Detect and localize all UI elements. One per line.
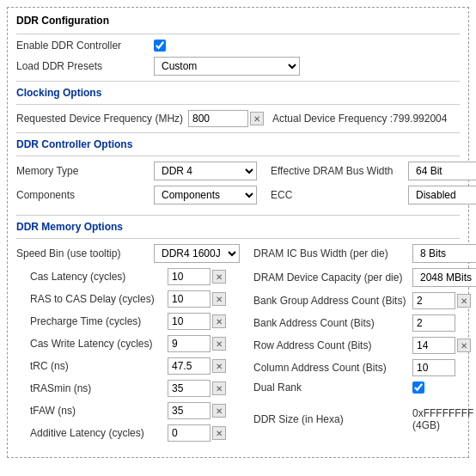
ras-cas-label: RAS to CAS Delay (cycles)	[30, 293, 168, 305]
bank-group-label: Bank Group Address Count (Bits)	[253, 295, 412, 307]
components-label: Components	[16, 189, 154, 201]
panel-title: DDR Configuration	[16, 15, 460, 27]
dram-cap-label: DRAM Device Capacity (per die)	[253, 272, 412, 284]
ddr-size-value: 0xFFFFFFFF (4GB)	[412, 407, 476, 431]
ddr-configuration-panel: DDR Configuration Enable DDR Controller …	[7, 7, 469, 458]
enable-ddr-row: Enable DDR Controller	[16, 40, 460, 52]
additive-clear[interactable]: ✕	[212, 426, 226, 440]
presets-row: Load DDR Presets Custom	[16, 57, 460, 76]
eff-bus-row: Effective DRAM Bus Width 64 Bit	[271, 162, 476, 180]
cas-write-label: Cas Write Latency (cycles)	[30, 338, 168, 350]
ras-cas-input[interactable]	[168, 290, 211, 308]
components-select[interactable]: Components	[154, 186, 257, 204]
actual-freq-label: Actual Device Frequency :799.992004	[272, 113, 447, 125]
memory-type-select[interactable]: DDR 4	[154, 162, 257, 180]
trc-label: tRC (ns)	[30, 360, 168, 372]
components-row: Components Components	[16, 186, 257, 204]
col-addr-row: Column Address Count (Bits)	[253, 359, 476, 376]
presets-select[interactable]: Custom	[154, 57, 300, 76]
presets-label: Load DDR Presets	[16, 60, 154, 72]
row-addr-clear[interactable]: ✕	[457, 339, 471, 352]
additive-input[interactable]	[168, 424, 211, 442]
row-addr-label: Row Address Count (Bits)	[253, 339, 412, 351]
bank-group-clear[interactable]: ✕	[457, 294, 471, 308]
memory-type-row: Memory Type DDR 4	[16, 162, 257, 180]
ddr-controller-section-title: DDR Controller Options	[16, 138, 460, 150]
trasmin-row: tRASmin (ns) ✕	[16, 380, 240, 397]
dram-ic-select[interactable]: 8 Bits	[412, 244, 476, 263]
dram-ic-label: DRAM IC Bus Width (per die)	[253, 247, 412, 259]
ecc-row: ECC Disabled	[271, 186, 476, 204]
col-addr-input[interactable]	[412, 359, 455, 376]
ecc-label: ECC	[271, 189, 408, 201]
trasmin-input[interactable]	[168, 380, 211, 397]
clocking-row: Requested Device Frequency (MHz) ✕ Actua…	[16, 110, 460, 127]
bank-group-input[interactable]	[412, 292, 455, 309]
cas-latency-label: Cas Latency (cycles)	[30, 271, 168, 283]
precharge-clear[interactable]: ✕	[212, 314, 226, 328]
precharge-label: Precharge Time (cycles)	[30, 315, 168, 327]
enable-ddr-checkbox[interactable]	[154, 40, 166, 52]
bank-addr-row: Bank Address Count (Bits)	[253, 314, 476, 332]
eff-bus-select[interactable]: 64 Bit	[408, 162, 476, 180]
row-addr-row: Row Address Count (Bits) ✕	[253, 337, 476, 354]
col-addr-label: Column Address Count (Bits)	[253, 362, 412, 374]
cas-write-row: Cas Write Latency (cycles) ✕	[16, 335, 240, 352]
trasmin-label: tRASmin (ns)	[30, 382, 168, 394]
requested-freq-label: Requested Device Frequency (MHz)	[16, 113, 188, 125]
additive-row: Additive Latency (cycles) ✕	[16, 424, 240, 442]
requested-freq-input[interactable]	[188, 110, 248, 127]
eff-bus-label: Effective DRAM Bus Width	[271, 165, 408, 177]
dual-rank-checkbox[interactable]	[412, 381, 424, 394]
speed-bin-row: Speed Bin (use tooltip) DDR4 1600J	[16, 244, 240, 263]
controller-left-col: Memory Type DDR 4 Components Components	[16, 162, 257, 210]
controller-right-col: Effective DRAM Bus Width 64 Bit ECC Disa…	[271, 162, 476, 210]
trc-input[interactable]	[168, 357, 211, 375]
cas-write-clear[interactable]: ✕	[212, 337, 226, 351]
dual-rank-row: Dual Rank	[253, 381, 476, 394]
requested-freq-clear[interactable]: ✕	[250, 112, 264, 125]
memory-type-label: Memory Type	[16, 165, 154, 177]
dram-cap-select[interactable]: 2048 MBits	[412, 268, 476, 287]
trasmin-clear[interactable]: ✕	[212, 381, 226, 395]
cas-write-input[interactable]	[168, 335, 211, 352]
precharge-row: Precharge Time (cycles) ✕	[16, 313, 240, 330]
ddr-controller-options: Memory Type DDR 4 Components Components …	[16, 162, 460, 210]
trc-clear[interactable]: ✕	[212, 359, 226, 373]
tfaw-row: tFAW (ns) ✕	[16, 402, 240, 419]
cas-latency-clear[interactable]: ✕	[212, 270, 226, 284]
ddr-size-row: DDR Size (in Hexa) 0xFFFFFFFF (4GB)	[253, 407, 476, 431]
speed-bin-select[interactable]: DDR4 1600J	[154, 244, 240, 263]
bank-addr-label: Bank Address Count (Bits)	[253, 317, 412, 329]
memory-right-col: DRAM IC Bus Width (per die) 8 Bits DRAM …	[253, 244, 476, 447]
trc-row: tRC (ns) ✕	[16, 357, 240, 375]
tfaw-label: tFAW (ns)	[30, 405, 168, 417]
ddr-memory-section-title: DDR Memory Options	[16, 221, 460, 233]
memory-left-col: Speed Bin (use tooltip) DDR4 1600J Cas L…	[16, 244, 240, 447]
speed-bin-label: Speed Bin (use tooltip)	[16, 247, 154, 259]
dram-cap-row: DRAM Device Capacity (per die) 2048 MBit…	[253, 268, 476, 287]
ddr-size-label: DDR Size (in Hexa)	[253, 413, 412, 425]
bank-addr-input[interactable]	[412, 314, 455, 332]
tfaw-input[interactable]	[168, 402, 211, 419]
bank-group-row: Bank Group Address Count (Bits) ✕	[253, 292, 476, 309]
ecc-select[interactable]: Disabled	[408, 186, 476, 204]
clocking-section-title: Clocking Options	[16, 87, 460, 99]
row-addr-input[interactable]	[412, 337, 455, 354]
dram-ic-row: DRAM IC Bus Width (per die) 8 Bits	[253, 244, 476, 263]
enable-ddr-label: Enable DDR Controller	[16, 40, 154, 52]
cas-latency-row: Cas Latency (cycles) ✕	[16, 268, 240, 285]
cas-latency-input[interactable]	[168, 268, 211, 285]
precharge-input[interactable]	[168, 313, 211, 330]
dual-rank-label: Dual Rank	[253, 381, 412, 394]
ddr-memory-options: Speed Bin (use tooltip) DDR4 1600J Cas L…	[16, 244, 460, 447]
ras-cas-row: RAS to CAS Delay (cycles) ✕	[16, 290, 240, 308]
additive-label: Additive Latency (cycles)	[30, 427, 168, 439]
ras-cas-clear[interactable]: ✕	[212, 292, 226, 306]
tfaw-clear[interactable]: ✕	[212, 404, 226, 418]
